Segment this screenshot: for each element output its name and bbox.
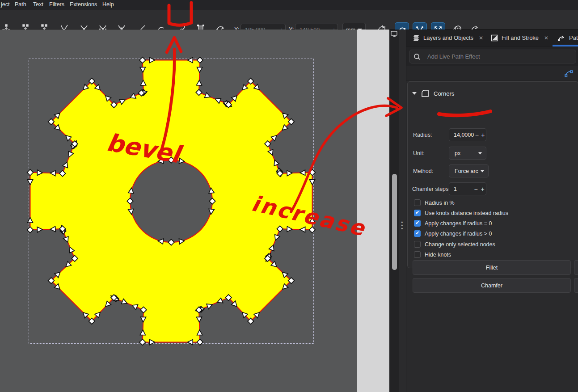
panel-resize-handle[interactable] bbox=[399, 30, 406, 392]
chamfer-steps-value[interactable]: 1 bbox=[449, 186, 473, 192]
layers-icon bbox=[413, 34, 420, 42]
checkbox-hide-knots[interactable]: Hide knots bbox=[414, 251, 451, 258]
checkbox-change-only-selected[interactable]: Change only selected nodes bbox=[414, 240, 495, 248]
checkbox-icon[interactable] bbox=[414, 251, 421, 258]
radius-decrement-button[interactable]: − bbox=[474, 131, 480, 139]
close-icon[interactable]: ✕ bbox=[479, 35, 483, 41]
checkbox-label: Radius in % bbox=[425, 200, 455, 206]
lpe-list-toolbar bbox=[406, 66, 578, 80]
menu-item-help[interactable]: Help bbox=[102, 1, 114, 8]
radius-increment-button[interactable]: + bbox=[480, 131, 486, 139]
chamfer-increment-button[interactable]: + bbox=[479, 185, 486, 193]
radius-value[interactable]: 14,0000 bbox=[449, 132, 474, 138]
document-page[interactable] bbox=[357, 30, 389, 392]
method-label: Method: bbox=[413, 168, 433, 174]
fillet-button[interactable]: Fillet bbox=[413, 260, 571, 275]
checkbox-icon[interactable] bbox=[414, 199, 421, 206]
chamfer-decrement-button[interactable]: − bbox=[473, 185, 479, 193]
node-tool-toolbar: X: 105,000 −+ Y: 148,500 −+ mm bbox=[0, 10, 578, 30]
lpe-search-row: Add Live Path Effect bbox=[406, 46, 578, 66]
path-effects-icon bbox=[557, 34, 565, 42]
canvas[interactable] bbox=[0, 30, 389, 392]
chamfer-steps-label: Chamfer steps: bbox=[412, 186, 450, 192]
menu-item-filters[interactable]: Filters bbox=[49, 1, 64, 8]
display-mode-icon[interactable] bbox=[391, 31, 398, 37]
corners-lpe-section: Corners Radius: 14,0000 −+ Unit: px Meth… bbox=[407, 81, 578, 268]
fillet-inverse-button-cut[interactable] bbox=[574, 260, 578, 275]
unit-select[interactable]: px bbox=[449, 147, 486, 160]
checkbox-apply-radius-eq-0[interactable]: Apply changes if radius = 0 bbox=[414, 219, 492, 227]
menu-item-extensions[interactable]: Extensions bbox=[70, 1, 97, 8]
chevron-down-icon bbox=[478, 152, 482, 154]
dialog-tab-bar: Layers and Objects ✕ Fill and Stroke ✕ P… bbox=[406, 30, 578, 46]
tab-layers-and-objects[interactable]: Layers and Objects ✕ bbox=[410, 30, 486, 46]
search-placeholder: Add Live Path Effect bbox=[427, 53, 480, 60]
menu-item-object[interactable]: ject bbox=[1, 1, 9, 8]
chamfer-button[interactable]: Chamfer bbox=[413, 278, 571, 293]
menu-item-path[interactable]: Path bbox=[15, 1, 26, 8]
radius-field[interactable]: 14,0000 −+ bbox=[449, 128, 486, 141]
lpe-node-blue-icon[interactable] bbox=[564, 69, 573, 77]
corners-expander[interactable]: Corners bbox=[412, 89, 454, 98]
method-select-value: Force arc bbox=[449, 168, 480, 174]
fill-stroke-icon bbox=[491, 34, 498, 42]
tab-label: Layers and Objects bbox=[423, 34, 473, 41]
menu-bar: ject Path Text Filters Extensions Help bbox=[0, 0, 578, 10]
checkbox-label: Change only selected nodes bbox=[425, 241, 495, 248]
unit-label: Unit: bbox=[413, 150, 425, 156]
checkbox-label: Apply changes if radius = 0 bbox=[425, 220, 492, 227]
method-select[interactable]: Force arc bbox=[449, 164, 489, 177]
tab-path-effects[interactable]: Path bbox=[555, 30, 578, 46]
tab-label: Path bbox=[569, 34, 578, 41]
unit-select-value: px bbox=[449, 150, 478, 156]
checkbox-icon[interactable] bbox=[414, 220, 421, 227]
checkbox-icon[interactable] bbox=[414, 241, 421, 248]
corners-lpe-icon bbox=[420, 89, 430, 98]
corners-title: Corners bbox=[434, 90, 454, 97]
inkscape-window: { "menubar": { "items": ["ject", "Path",… bbox=[0, 0, 578, 392]
checkbox-label: Use knots distance instead radius bbox=[425, 210, 508, 216]
dialog-panel: Layers and Objects ✕ Fill and Stroke ✕ P… bbox=[406, 30, 578, 392]
checkbox-icon[interactable] bbox=[414, 210, 421, 216]
expander-triangle-icon bbox=[412, 92, 417, 95]
checkbox-label: Hide knots bbox=[425, 252, 451, 258]
panel-drag-dots[interactable]: ••• bbox=[401, 221, 403, 230]
chamfer-steps-field[interactable]: 1 −+ bbox=[449, 182, 486, 195]
chamfer-inverse-button-cut[interactable] bbox=[574, 278, 578, 293]
tab-fill-and-stroke[interactable]: Fill and Stroke ✕ bbox=[488, 30, 551, 46]
tab-label: Fill and Stroke bbox=[502, 34, 539, 41]
checkbox-apply-radius-gt-0[interactable]: Apply changes if radius > 0 bbox=[414, 230, 492, 237]
checkbox-use-knots-distance[interactable]: Use knots distance instead radius bbox=[414, 209, 508, 217]
radius-label: Radius: bbox=[413, 132, 432, 138]
checkbox-radius-in-percent[interactable]: Radius in % bbox=[414, 199, 455, 207]
checkbox-label: Apply changes if radius > 0 bbox=[425, 231, 492, 237]
search-icon bbox=[412, 53, 424, 61]
search-input[interactable]: Add Live Path Effect bbox=[409, 50, 576, 63]
menu-item-text[interactable]: Text bbox=[33, 1, 43, 8]
checkbox-icon[interactable] bbox=[414, 230, 421, 237]
canvas-scrollbar-thumb[interactable] bbox=[392, 174, 397, 270]
close-icon[interactable]: ✕ bbox=[544, 35, 548, 41]
chevron-down-icon bbox=[481, 170, 485, 172]
